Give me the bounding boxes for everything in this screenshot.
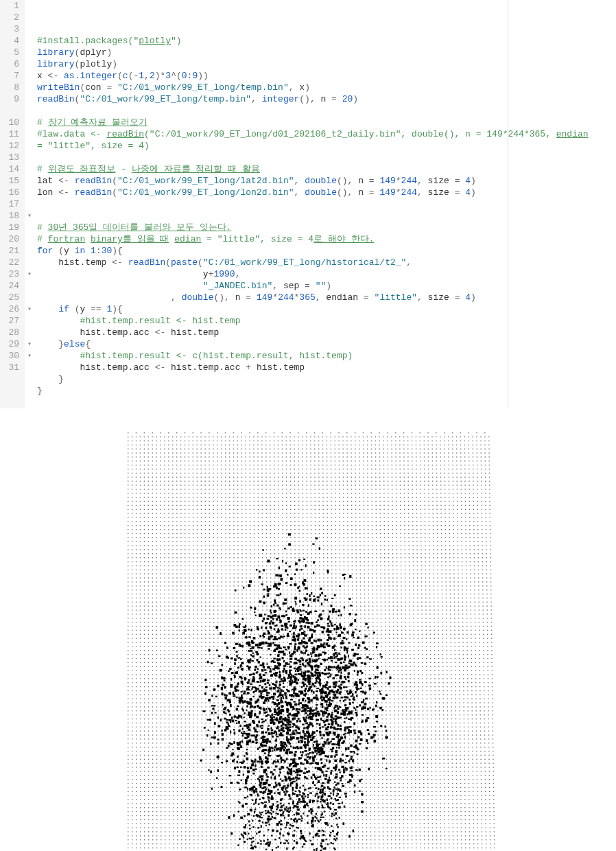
svg-rect-941 — [477, 473, 477, 474]
svg-rect-1498 — [180, 501, 181, 502]
svg-rect-4979 — [430, 654, 431, 655]
code-area[interactable]: #install.packages("plotly")library(dplyr… — [34, 0, 616, 408]
code-line[interactable]: readBin("C:/01_work/99_ET_long/temp.bin"… — [37, 93, 616, 105]
svg-rect-11761 — [329, 835, 331, 837]
code-line[interactable]: #hist.temp.result <- hist.temp — [37, 315, 616, 327]
code-line[interactable] — [37, 198, 616, 210]
code-line[interactable]: y+1990, — [37, 268, 616, 280]
code-line[interactable]: lon <- readBin("C:/01_work/99_ET_long/lo… — [37, 187, 616, 198]
svg-rect-2896 — [376, 561, 377, 562]
svg-rect-7989 — [226, 791, 227, 792]
code-editor[interactable]: 1234567891011121314151617181920212223242… — [0, 0, 616, 408]
code-line[interactable]: } — [37, 373, 616, 385]
code-line[interactable]: library(dplyr) — [37, 47, 616, 58]
code-line[interactable]: # 30년 365일 데이터를 불러와 모두 잇는다. — [37, 222, 616, 233]
fold-toggle-icon[interactable]: ▾ — [25, 210, 34, 222]
svg-rect-4426 — [377, 630, 377, 631]
svg-rect-3410 — [270, 585, 271, 586]
svg-rect-2475 — [128, 545, 128, 546]
svg-rect-7482 — [362, 767, 362, 767]
svg-rect-3491 — [234, 590, 235, 590]
svg-rect-586 — [132, 461, 132, 461]
svg-rect-7160 — [148, 755, 149, 756]
svg-rect-3495 — [250, 590, 250, 590]
fold-toggle-icon[interactable]: ▾ — [25, 338, 34, 350]
svg-rect-7367 — [259, 763, 259, 764]
code-line[interactable] — [37, 210, 616, 222]
svg-rect-5285 — [209, 670, 210, 671]
svg-rect-6020 — [271, 702, 272, 703]
svg-rect-216 — [456, 441, 457, 441]
svg-rect-3546 — [458, 590, 459, 590]
svg-rect-1088 — [343, 481, 344, 482]
code-line[interactable]: # 장기 예측자료 불러오기 — [37, 117, 616, 128]
code-line[interactable]: } — [37, 385, 616, 397]
code-line[interactable]: hist.temp.acc <- hist.temp — [37, 327, 616, 338]
svg-rect-3623 — [405, 594, 405, 594]
svg-rect-895 — [290, 473, 291, 474]
svg-rect-12008 — [290, 745, 292, 747]
code-line[interactable]: hist.temp.acc <- hist.temp.acc + hist.te… — [37, 362, 616, 373]
svg-rect-4312 — [279, 626, 279, 627]
svg-rect-4646 — [173, 642, 174, 642]
code-line[interactable]: library(plotly) — [37, 58, 616, 70]
code-line[interactable]: = "little", size = 4) — [37, 140, 616, 152]
svg-rect-195 — [371, 441, 372, 441]
svg-rect-3698 — [344, 598, 344, 598]
svg-rect-1423 — [241, 497, 242, 498]
code-line[interactable] — [37, 105, 616, 117]
svg-rect-5763 — [324, 690, 324, 691]
svg-rect-11723 — [236, 655, 237, 657]
svg-rect-797 — [257, 469, 258, 469]
svg-rect-3750 — [189, 602, 189, 603]
svg-rect-7824 — [288, 783, 289, 784]
svg-rect-8331 — [152, 807, 153, 808]
code-line[interactable]: lat <- readBin("C:/01_work/99_ET_long/la… — [37, 175, 616, 187]
fold-gutter[interactable]: ▾▾▾▾▾ — [25, 0, 34, 408]
code-line[interactable]: #hist.temp.result <- c(hist.temp.result,… — [37, 350, 616, 362]
code-line[interactable]: x <- as.integer(c(-1,2)*3^(0:9)) — [37, 70, 616, 82]
code-line[interactable]: writeBin(con = "C:/01_work/99_ET_long/te… — [37, 82, 616, 93]
code-line[interactable]: }else{ — [37, 338, 616, 350]
svg-rect-84 — [286, 436, 287, 437]
svg-rect-6751 — [316, 734, 317, 735]
code-line[interactable]: # fortran binary를 읽을 때 edian = "little",… — [37, 233, 616, 245]
svg-rect-7880 — [148, 787, 149, 788]
svg-rect-388 — [424, 449, 425, 450]
code-line[interactable]: for (y in 1:30){ — [37, 245, 616, 257]
code-line[interactable]: hist.temp <- readBin(paste("C:/01_work/9… — [37, 257, 616, 268]
svg-rect-756 — [456, 465, 457, 465]
svg-rect-6879 — [472, 738, 473, 739]
svg-rect-5782 — [402, 690, 403, 691]
svg-rect-4759 — [267, 646, 268, 646]
code-line[interactable]: # 위경도 좌표정보 - 나중에 자료를 정리할 때 활용 — [37, 163, 616, 175]
code-line[interactable] — [37, 152, 616, 163]
svg-rect-4954 — [328, 654, 329, 655]
svg-rect-3121 — [193, 574, 193, 574]
svg-rect-1808 — [343, 513, 344, 513]
svg-rect-11209 — [212, 708, 214, 710]
code-line[interactable]: #law.data <- readBin("C:/01_work/99_ET_l… — [37, 128, 616, 140]
code-line[interactable]: #install.packages("plotly") — [37, 35, 616, 47]
code-line[interactable]: , double(), n = 149*244*365, endian = "l… — [37, 292, 616, 303]
svg-rect-11831 — [325, 684, 328, 686]
code-line[interactable] — [37, 397, 616, 408]
svg-rect-3982 — [401, 609, 402, 610]
svg-rect-12264 — [278, 588, 280, 590]
svg-rect-3196 — [132, 577, 132, 578]
svg-rect-10505 — [273, 687, 276, 690]
svg-rect-3904 — [450, 606, 451, 607]
svg-rect-3371 — [478, 581, 479, 582]
code-line[interactable]: "_JANDEC.bin", sep = "") — [37, 280, 616, 292]
svg-rect-3277 — [462, 577, 462, 578]
code-line[interactable]: if (y == 1){ — [37, 303, 616, 315]
fold-toggle-icon[interactable]: ▾ — [25, 350, 34, 362]
svg-rect-7105 — [292, 751, 292, 751]
svg-rect-6235 — [414, 710, 415, 711]
svg-rect-7773 — [448, 779, 449, 780]
svg-rect-834 — [407, 469, 408, 469]
svg-rect-10639 — [313, 741, 316, 743]
fold-toggle-icon[interactable]: ▾ — [25, 268, 34, 280]
svg-rect-7420 — [477, 763, 477, 764]
fold-toggle-icon[interactable]: ▾ — [25, 303, 34, 315]
